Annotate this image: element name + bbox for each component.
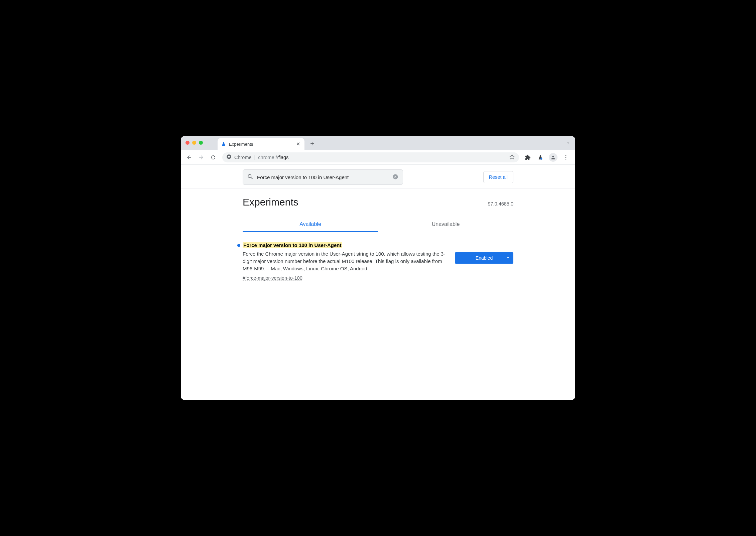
back-button[interactable] bbox=[184, 152, 194, 162]
flag-anchor-link[interactable]: #force-major-version-to-100 bbox=[243, 275, 302, 281]
reload-button[interactable] bbox=[208, 152, 218, 162]
tab-list-dropdown[interactable] bbox=[566, 141, 571, 147]
site-label: Chrome bbox=[234, 155, 252, 160]
clear-search-icon[interactable] bbox=[392, 173, 399, 181]
chevron-down-icon bbox=[506, 255, 510, 261]
svg-point-1 bbox=[228, 156, 230, 157]
svg-point-5 bbox=[565, 157, 566, 158]
flag-tabs: Available Unavailable bbox=[243, 217, 513, 232]
close-tab-button[interactable]: ✕ bbox=[295, 141, 301, 147]
url-scheme: chrome:// bbox=[258, 155, 278, 160]
avatar-icon bbox=[549, 153, 557, 162]
maximize-window-button[interactable] bbox=[199, 141, 203, 145]
svg-point-3 bbox=[552, 155, 554, 157]
site-chip-icon bbox=[226, 154, 232, 160]
new-tab-button[interactable]: + bbox=[307, 139, 317, 149]
search-icon bbox=[247, 173, 254, 181]
window-controls bbox=[185, 141, 203, 145]
svg-point-6 bbox=[565, 158, 566, 159]
flags-search-box[interactable] bbox=[243, 169, 403, 185]
extensions-icon[interactable] bbox=[523, 153, 532, 162]
flag-title: Force major version to 100 in User-Agent bbox=[243, 242, 342, 248]
tab-unavailable[interactable]: Unavailable bbox=[378, 217, 513, 232]
page-content: Reset all Experiments 97.0.4685.0 Availa… bbox=[181, 165, 575, 400]
toolbar-right bbox=[523, 153, 572, 162]
tab-available[interactable]: Available bbox=[243, 217, 378, 232]
flask-icon bbox=[221, 141, 226, 147]
omnibox-divider: | bbox=[254, 155, 256, 160]
flag-state-dropdown[interactable]: Enabled bbox=[455, 252, 513, 264]
tab-title: Experiments bbox=[229, 142, 253, 147]
minimize-window-button[interactable] bbox=[192, 141, 196, 145]
toolbar: Chrome | chrome://flags bbox=[181, 150, 575, 165]
flag-description: Force the Chrome major version in the Us… bbox=[243, 250, 447, 272]
svg-point-4 bbox=[565, 155, 566, 156]
flags-search-input[interactable] bbox=[257, 174, 389, 180]
close-window-button[interactable] bbox=[185, 141, 190, 145]
bookmark-star-icon[interactable] bbox=[509, 154, 515, 161]
url-path: flags bbox=[278, 155, 289, 160]
flag-state-label: Enabled bbox=[476, 255, 493, 261]
browser-tab[interactable]: Experiments ✕ bbox=[218, 138, 304, 150]
flag-entry: Force major version to 100 in User-Agent… bbox=[243, 232, 513, 283]
forward-button[interactable] bbox=[196, 152, 206, 162]
profile-button[interactable] bbox=[548, 153, 558, 162]
reset-all-button[interactable]: Reset all bbox=[483, 171, 513, 183]
chrome-version: 97.0.4685.0 bbox=[488, 201, 513, 207]
labs-flask-icon[interactable] bbox=[536, 153, 545, 162]
tab-strip: Experiments ✕ + bbox=[181, 136, 575, 150]
address-bar[interactable]: Chrome | chrome://flags bbox=[222, 152, 519, 162]
modified-dot-icon bbox=[237, 244, 240, 247]
page-title: Experiments bbox=[243, 196, 298, 208]
browser-window: Experiments ✕ + Chrome | chrome://flags bbox=[181, 136, 575, 400]
svg-point-2 bbox=[540, 158, 542, 159]
kebab-menu-icon[interactable] bbox=[561, 153, 571, 162]
